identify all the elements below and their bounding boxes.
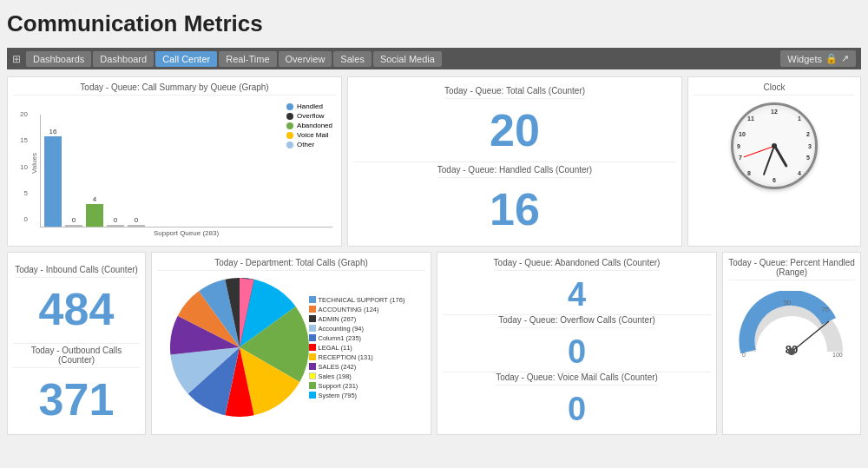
clock-12: 12 [771,109,778,115]
svg-text:75: 75 [822,307,829,313]
y-axis-20: 20 [16,110,28,118]
bar-overflow [65,225,82,227]
bar-chart-legend: Handled Overflow Abandoned Voice Mail Ot… [286,102,332,150]
overflow-title: Today - Queue: Overflow Calls (Counter) [498,315,655,328]
legend-voicemail: Voice Mail [297,131,328,139]
svg-text:0: 0 [742,352,746,358]
lock-icon: 🔒 [825,53,838,64]
y-axis-15: 15 [16,136,28,144]
bar-abandoned [86,204,103,227]
nav-item-sales[interactable]: Sales [333,51,372,67]
bar-val-handled: 16 [49,128,57,135]
inbound-title: Today - Inbound Calls (Counter) [15,265,138,278]
voicemail-value: 0 [568,389,586,429]
queue-metrics-card: Today - Queue: Abandoned Calls (Counter)… [437,252,717,435]
outbound-title: Today - Outbound Calls (Counter) [13,346,140,368]
clock-center [772,143,777,148]
nav-item-overview[interactable]: Overview [279,51,332,67]
external-icon: ↗ [841,53,849,64]
y-axis-5: 5 [16,189,28,197]
legend-abandoned: Abandoned [297,122,332,129]
handled-calls-title: Today - Queue: Handled Calls (Counter) [437,165,592,178]
nav-item-callcenter[interactable]: Call Center [155,51,217,67]
voicemail-title: Today - Queue: Voice Mail Calls (Counter… [496,372,658,386]
dept-total-calls-card: Today - Department: Total Calls (Graph) … [151,252,431,435]
pie-legend-system: System (795) [309,392,413,399]
pie-legend-column1: Column1 (235) [309,334,413,342]
y-axis-10: 10 [16,163,28,171]
abandoned-value: 4 [568,274,586,314]
bar-val-abandoned: 4 [93,195,96,203]
page-title: Communication Metrics [7,7,861,41]
bar-other [128,225,145,227]
clock-11: 11 [747,115,754,122]
percent-handled-card: Today - Queue: Percent Handled (Range) 0… [722,252,861,435]
gauge-chart: 0 50 75 100 80 [735,291,848,360]
clock-minute-hand [763,146,775,176]
legend-overflow: Overflow [297,112,325,120]
clock-title: Clock [694,82,855,96]
legend-handled: Handled [297,102,323,110]
pie-legend-admin: ADMIN (267) [309,315,413,323]
total-handled-card: Today - Queue: Total Calls (Counter) 20 … [347,76,682,247]
legend-other: Other [297,141,314,148]
dashboard-icon: ⊞ [12,53,21,65]
clock-9: 9 [737,143,740,149]
pie-legend-accounting-sm: Accounting (94) [309,325,413,333]
nav-bar: ⊞ Dashboards Dashboard Call Center Real-… [7,48,861,69]
nav-item-social[interactable]: Social Media [373,51,442,67]
percent-handled-title: Today - Queue: Percent Handled (Range) [728,258,855,280]
nav-item-realtime[interactable]: Real-Time [219,51,276,67]
outbound-value: 371 [39,372,115,427]
bar-voicemail [107,225,124,227]
nav-item-dashboard[interactable]: Dashboard [93,51,154,67]
clock-card: Clock 12 3 6 9 1 11 2 4 8 5 7 10 [687,76,861,247]
y-axis-0: 0 [16,215,28,223]
widgets-button[interactable]: Widgets 🔒 ↗ [780,50,856,67]
nav-item-dashboards[interactable]: Dashboards [26,51,91,67]
bar-chart-area: 20 15 10 5 0 Values 16 [13,99,336,241]
call-summary-card: Today - Queue: Call Summary by Queue (Gr… [7,76,342,247]
pie-legend-support: Support (231) [309,382,413,390]
clock-face: 12 3 6 9 1 11 2 4 8 5 7 10 [731,102,818,189]
pie-legend-techsupport: TECHNICAL SUPPORT (176) [309,296,413,304]
clock-4: 4 [798,170,801,176]
pie-legend: TECHNICAL SUPPORT (176) ACCOUNTING (124)… [309,296,413,399]
clock-container: 12 3 6 9 1 11 2 4 8 5 7 10 [694,99,855,193]
gauge-container: 0 50 75 100 80 [728,284,855,367]
svg-line-5 [792,321,829,352]
abandoned-title: Today - Queue: Abandoned Calls (Counter) [494,258,661,271]
inbound-outbound-card: Today - Inbound Calls (Counter) 484 Toda… [7,252,146,435]
total-calls-value: 20 [490,102,540,158]
svg-text:100: 100 [832,352,843,358]
clock-2: 2 [806,131,810,137]
dept-chart-title: Today - Department: Total Calls (Graph) [157,258,425,271]
clock-6: 6 [773,177,776,183]
bar-val-other: 0 [135,216,138,224]
bar-val-overflow: 0 [72,216,76,224]
x-axis-label: Support Queue (283) [40,229,332,237]
clock-7: 7 [739,155,742,161]
clock-5: 5 [806,155,810,161]
pie-legend-reception: RECEPTION (131) [309,353,413,361]
total-calls-title: Today - Queue: Total Calls (Counter) [444,86,585,99]
inbound-value: 484 [39,281,115,337]
handled-calls-value: 16 [490,181,540,237]
overflow-value: 0 [568,332,586,372]
pie-chart [170,278,309,417]
bar-val-voicemail: 0 [114,216,117,224]
clock-10: 10 [739,131,746,137]
call-summary-title: Today - Queue: Call Summary by Queue (Gr… [13,82,336,96]
clock-1: 1 [798,115,801,122]
clock-hour-hand [773,145,788,168]
pie-legend-accounting-cap: ACCOUNTING (124) [309,306,413,313]
svg-text:50: 50 [784,300,791,306]
pie-legend-sales-sm: Sales (198) [309,372,413,380]
clock-8: 8 [747,170,751,176]
bar-handled [44,136,62,227]
pie-legend-sales-cap: SALES (242) [309,363,413,371]
svg-point-6 [788,348,795,355]
clock-3: 3 [808,143,812,149]
pie-legend-legal: LEGAL (11) [309,344,413,352]
